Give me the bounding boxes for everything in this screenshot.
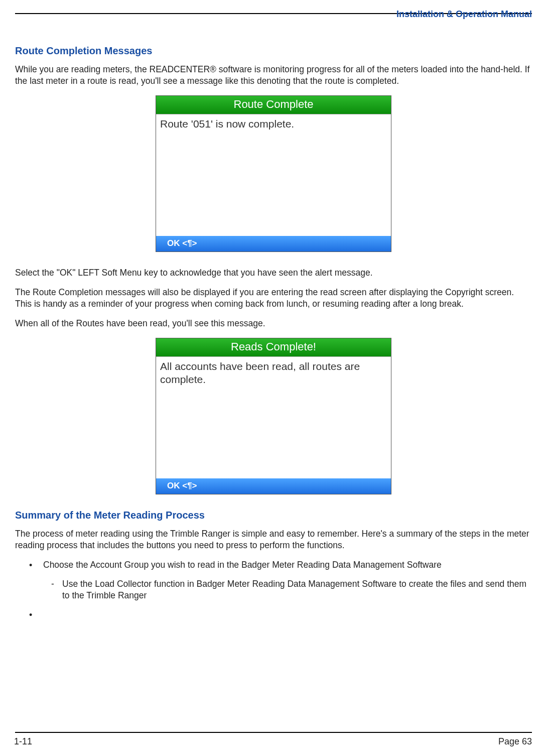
dialog-ok-button[interactable]: OK <¶> <box>156 236 391 251</box>
footer-right: Page 63 <box>498 736 532 747</box>
dialog-frame: Route Complete Route '051' is now comple… <box>156 95 391 252</box>
dialog-title: Reads Complete! <box>156 338 391 356</box>
dialog-title: Route Complete <box>156 96 391 114</box>
list-item: Choose the Account Group you wish to rea… <box>29 559 532 602</box>
list-item-text: Use the Load Collector function in Badge… <box>62 579 526 601</box>
footer-rule <box>15 732 532 733</box>
section-heading-summary: Summary of the Meter Reading Process <box>15 510 532 521</box>
list-item-text: Choose the Account Group you wish to rea… <box>43 560 442 570</box>
list-item: Use the Load Collector function in Badge… <box>51 578 532 602</box>
paragraph: Select the "OK" LEFT Soft Menu key to ac… <box>15 267 532 279</box>
dialog-route-complete: Route Complete Route '051' is now comple… <box>156 95 391 252</box>
footer-left: 1-11 <box>14 736 32 747</box>
dialog-reads-complete: Reads Complete! All accounts have been r… <box>156 338 391 494</box>
bullet-list: Choose the Account Group you wish to rea… <box>15 559 532 602</box>
paragraph: The Route Completion messages will also … <box>15 287 532 310</box>
content: Route Completion Messages While you are … <box>15 45 532 602</box>
section-heading-route-completion: Route Completion Messages <box>15 45 532 57</box>
paragraph: The process of meter reading using the T… <box>15 528 532 552</box>
dialog-ok-button[interactable]: OK <¶> <box>156 478 391 494</box>
dialog-body: All accounts have been read, all routes … <box>156 356 391 478</box>
paragraph: While you are reading meters, the READCE… <box>15 64 532 87</box>
page: Installation & Operation Manual Route Co… <box>0 0 547 756</box>
header-title: Installation & Operation Manual <box>396 9 532 20</box>
paragraph: When all of the Routes have been read, y… <box>15 318 532 329</box>
dash-list: Use the Load Collector function in Badge… <box>43 578 532 602</box>
dialog-body: Route '051' is now complete. <box>156 114 391 236</box>
dialog-frame: Reads Complete! All accounts have been r… <box>156 338 391 494</box>
